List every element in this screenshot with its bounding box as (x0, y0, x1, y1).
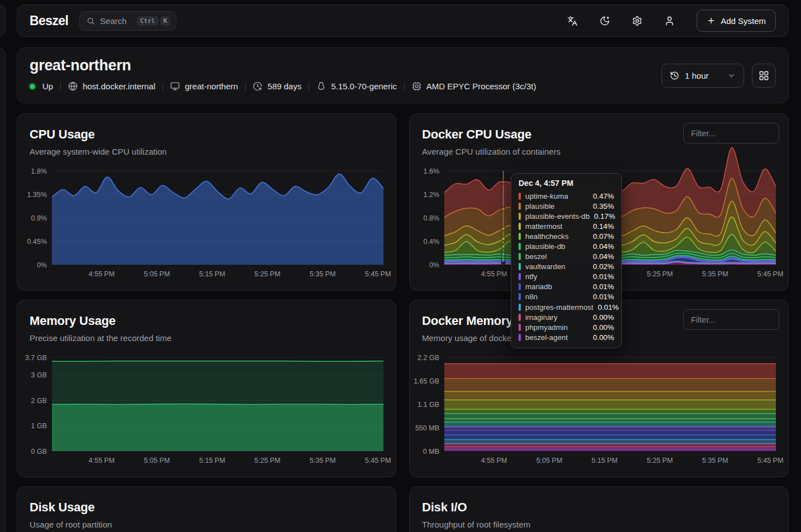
top-navbar: Beszel Search CtrlK Add System (17, 4, 789, 37)
monitor-icon (170, 82, 180, 91)
svg-text:0%: 0% (37, 261, 47, 269)
tooltip-row: imaginary 0.00% (519, 312, 614, 322)
agent-host-item: host.docker.internal (68, 82, 155, 91)
kernel-label: 5.15.0-70-generic (331, 82, 397, 91)
docker-memory-filter-input[interactable] (683, 309, 779, 330)
series-name: mariadb (525, 282, 588, 291)
separator (162, 82, 163, 90)
svg-text:1 GB: 1 GB (31, 422, 47, 430)
svg-text:2 GB: 2 GB (31, 397, 47, 405)
uptime-label: 589 days (267, 82, 301, 91)
svg-text:5:05 PM: 5:05 PM (536, 457, 563, 464)
svg-text:4:55 PM: 4:55 PM (481, 457, 507, 464)
hostname-label: great-northern (185, 82, 238, 91)
kernel-item: 5.15.0-70-generic (316, 82, 397, 91)
svg-text:2.2 GB: 2.2 GB (418, 354, 439, 362)
series-name: imaginary (525, 313, 588, 322)
series-color-chip (519, 243, 521, 250)
docker-cpu-filter-input[interactable] (683, 123, 779, 143)
tooltip-row: mariadb 0.01% (519, 282, 614, 292)
search-icon (87, 17, 95, 25)
tooltip-row: beszel 0.04% (519, 252, 614, 262)
series-value: 0.07% (593, 232, 614, 241)
series-value: 0.04% (593, 242, 614, 251)
series-name: plausible-events-db (525, 212, 589, 221)
series-value: 0.00% (593, 323, 614, 332)
theme-toggle-button[interactable] (594, 10, 615, 31)
tooltip-row: ntfy 0.01% (519, 272, 614, 282)
series-name: mattermost (525, 222, 588, 231)
series-name: ntfy (525, 272, 588, 281)
card-subtitle: Average system-wide CPU utilization (30, 147, 383, 156)
series-color-chip (519, 273, 521, 280)
system-controls: 1 hour (661, 64, 776, 88)
svg-text:3 GB: 3 GB (31, 371, 47, 379)
svg-text:4:55 PM: 4:55 PM (481, 270, 507, 278)
layout-grid-icon (759, 70, 769, 81)
gear-icon (632, 16, 642, 26)
card-subtitle: Precise utilization at the recorded time (30, 333, 383, 343)
series-value: 0.01% (598, 303, 619, 311)
series-name: healthchecks (525, 232, 588, 241)
cpu-model-label: AMD EPYC Processor (3c/3t) (426, 82, 536, 91)
tooltip-rows: uptime-kuma 0.47% plausible 0.35% plausi… (519, 191, 614, 342)
series-color-chip (519, 304, 521, 311)
series-color-chip (519, 334, 521, 341)
language-button[interactable] (562, 10, 583, 31)
tooltip-timestamp: Dec 4, 4:57 PM (519, 179, 614, 188)
offscreen-card-fragment (0, 4, 6, 37)
memory-usage-chart[interactable]: 3.7 GB3 GB2 GB1 GB0 GB4:55 PM5:05 PM5:15… (21, 353, 391, 468)
series-color-chip (519, 203, 521, 210)
beszel-logo[interactable]: Beszel (30, 13, 68, 28)
time-range-select[interactable]: 1 hour (661, 64, 744, 88)
series-color-chip (519, 283, 521, 290)
separator (404, 82, 405, 90)
series-value: 0.01% (593, 272, 614, 281)
add-system-label: Add System (721, 16, 766, 26)
moon-star-icon (599, 16, 610, 26)
svg-text:5:05 PM: 5:05 PM (144, 270, 170, 278)
svg-text:5:15 PM: 5:15 PM (592, 457, 618, 464)
docker-memory-usage-chart[interactable]: 2.2 GB1.65 GB1.1 GB550 MB0 MB4:55 PM5:05… (413, 353, 784, 468)
svg-text:0.9%: 0.9% (31, 214, 47, 222)
search-button[interactable]: Search CtrlK (79, 11, 176, 31)
hostname-item: great-northern (170, 82, 238, 91)
ctrl-key: Ctrl (137, 16, 159, 26)
system-header-card: great-northern Up host.docker.internal g… (17, 47, 789, 103)
tooltip-row: healthchecks 0.07% (519, 231, 614, 241)
svg-text:5:45 PM: 5:45 PM (365, 270, 391, 278)
cpu-model-item: AMD EPYC Processor (3c/3t) (412, 82, 536, 91)
svg-text:5:25 PM: 5:25 PM (647, 270, 673, 278)
svg-text:5:15 PM: 5:15 PM (199, 270, 226, 278)
series-name: beszel (525, 252, 588, 261)
tooltip-row: beszel-agent 0.00% (519, 332, 614, 342)
separator (60, 82, 61, 90)
add-system-button[interactable]: Add System (697, 9, 776, 32)
cpu-usage-card: CPU Usage Average system-wide CPU utiliz… (17, 113, 396, 291)
svg-text:4:55 PM: 4:55 PM (89, 457, 115, 464)
series-color-chip (519, 293, 521, 300)
svg-text:1.1 GB: 1.1 GB (418, 401, 439, 409)
svg-text:5:25 PM: 5:25 PM (255, 457, 281, 464)
svg-text:4:55 PM: 4:55 PM (89, 270, 115, 278)
series-value: 0.02% (593, 262, 614, 271)
svg-text:0.8%: 0.8% (424, 214, 440, 222)
tooltip-row: plausible-events-db 0.17% (519, 211, 614, 221)
svg-text:550 MB: 550 MB (415, 424, 439, 432)
chart-tooltip: Dec 4, 4:57 PM uptime-kuma 0.47% plausib… (511, 173, 622, 348)
series-name: uptime-kuma (525, 192, 588, 200)
status-label: Up (42, 82, 53, 91)
settings-button[interactable] (626, 10, 647, 31)
series-value: 0.47% (593, 192, 614, 200)
series-name: vaultwarden (525, 262, 588, 271)
series-value: 0.17% (594, 212, 615, 221)
card-subtitle: Usage of root partition (30, 520, 383, 529)
series-name: phpmyadmin (525, 323, 588, 332)
svg-text:0 MB: 0 MB (423, 448, 439, 456)
svg-text:5:05 PM: 5:05 PM (144, 457, 170, 464)
search-shortcut: CtrlK (137, 16, 170, 26)
series-color-chip (519, 263, 521, 270)
layout-grid-button[interactable] (752, 64, 776, 88)
user-button[interactable] (659, 10, 680, 31)
cpu-usage-chart[interactable]: 1.8%1.35%0.9%0.45%0%4:55 PM5:05 PM5:15 P… (21, 166, 391, 281)
